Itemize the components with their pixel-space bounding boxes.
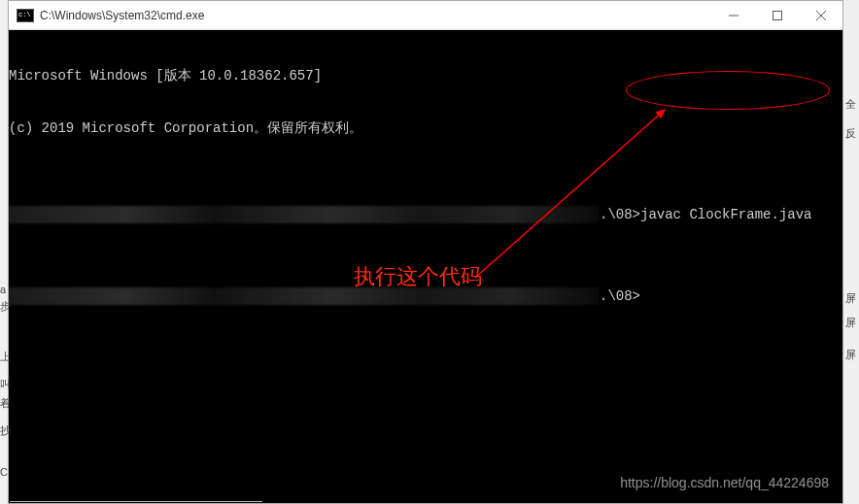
watermark-text: https://blog.csdn.net/qq_44224698 (620, 474, 829, 491)
terminal-line: Microsoft Windows [版本 10.0.18362.657] (9, 67, 842, 84)
cropped-left-text: a 步 上 叫 着 抄 C (0, 0, 8, 504)
window-title: C:\Windows\System32\cmd.exe (40, 9, 711, 22)
prompt-line-1: .\08> javac ClockFrame.java (9, 203, 842, 226)
minimize-button[interactable] (711, 1, 755, 29)
command-text: javac ClockFrame.java (640, 206, 811, 223)
redacted-path (9, 287, 600, 305)
annotation-label: 执行这个代码 (354, 268, 482, 286)
cmd-window: C:\Windows\System32\cmd.exe Microsoft Wi… (8, 0, 843, 504)
titlebar[interactable]: C:\Windows\System32\cmd.exe (9, 1, 842, 30)
close-button[interactable] (799, 1, 842, 29)
path-suffix: .\08> (600, 287, 640, 305)
maximize-button[interactable] (755, 1, 799, 29)
cropped-bottom-rule (10, 501, 262, 502)
cropped-side-text: 全 反 屏 屏 屏 (843, 0, 859, 504)
cmd-icon (17, 9, 34, 22)
window-controls (711, 1, 842, 29)
terminal-line: (c) 2019 Microsoft Corporation。保留所有权利。 (9, 119, 842, 137)
prompt-line-2: .\08> (9, 285, 842, 308)
terminal-body[interactable]: Microsoft Windows [版本 10.0.18362.657] (c… (9, 30, 842, 503)
svg-rect-1 (773, 11, 781, 19)
path-suffix: .\08> (600, 206, 640, 223)
redacted-path (9, 206, 600, 223)
